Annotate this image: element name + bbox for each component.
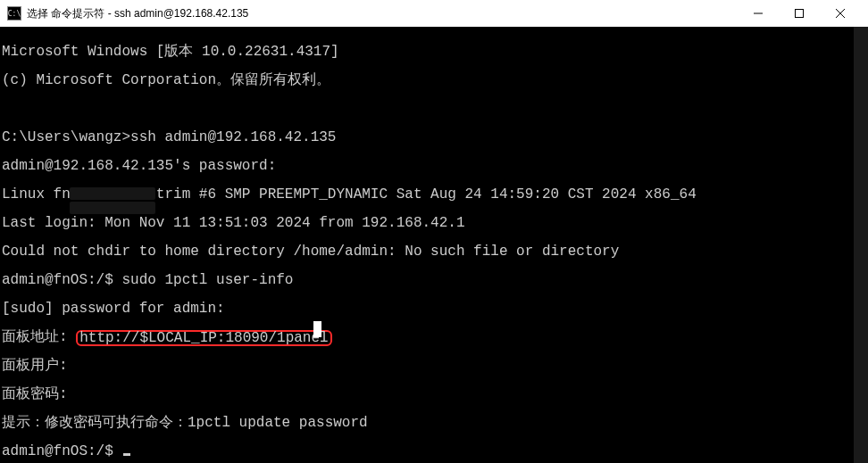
terminal-line: 提示：修改密码可执行命令：1pctl update password: [2, 416, 866, 430]
svg-rect-1: [796, 10, 804, 18]
terminal-line: [sudo] password for admin:: [2, 302, 866, 316]
terminal-line: admin@fnOS:/$ sudo 1pctl user-info: [2, 273, 866, 287]
maximize-button[interactable]: [779, 0, 820, 27]
terminal-line: C:\Users\wangz>ssh admin@192.168.42.135: [2, 130, 866, 145]
terminal-output[interactable]: Microsoft Windows [版本 10.0.22631.4317] (…: [0, 27, 868, 463]
panel-address-label: 面板地址:: [2, 329, 76, 345]
minimize-button[interactable]: [738, 0, 779, 27]
scrollbar[interactable]: [854, 27, 868, 463]
terminal-line: 面板密码:: [2, 387, 866, 401]
cmd-icon: C:\: [7, 6, 21, 21]
redacted-region: [70, 202, 155, 214]
terminal-line: (c) Microsoft Corporation。保留所有权利。: [2, 73, 866, 87]
window-controls: [738, 0, 861, 27]
terminal-line: Could not chdir to home directory /home/…: [2, 244, 866, 259]
selection-caret: [313, 321, 321, 337]
redacted-region: [70, 187, 155, 200]
terminal-line: Last login: Mon Nov 11 13:51:03 2024 fro…: [2, 216, 866, 230]
cursor-icon: [123, 453, 130, 456]
panel-password-label: 面板密码:: [2, 386, 76, 402]
window-title: 选择 命令提示符 - ssh admin@192.168.42.135: [27, 6, 248, 21]
panel-user-label: 面板用户:: [2, 358, 76, 374]
panel-address-highlight: http://$LOCAL_IP:18090/1panel: [76, 330, 331, 346]
terminal-line: admin@192.168.42.135's password:: [2, 159, 866, 173]
terminal-prompt: admin@fnOS:/$: [2, 444, 866, 459]
terminal-line: 面板地址: http://$LOCAL_IP:18090/1panel: [2, 330, 866, 344]
terminal-line: [2, 102, 866, 116]
close-button[interactable]: [820, 0, 861, 27]
window-titlebar: C:\ 选择 命令提示符 - ssh admin@192.168.42.135: [0, 0, 868, 27]
terminal-line: Microsoft Windows [版本 10.0.22631.4317]: [2, 45, 866, 59]
terminal-line: 面板用户:: [2, 359, 866, 373]
